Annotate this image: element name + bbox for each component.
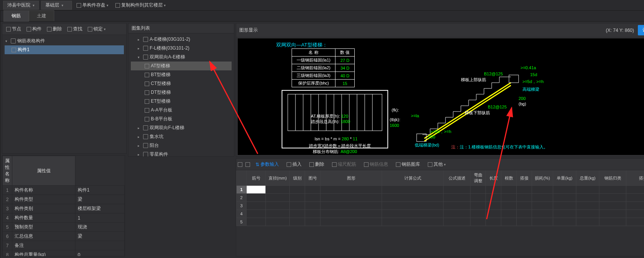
delete-button[interactable]: 删除 (45, 25, 64, 33)
rebar-grid-panel: ⇅参数输入 插入 删除 缩尺配筋 钢筋信息 钢筋图库 其他▾ (236, 158, 644, 256)
lock-icon (88, 27, 92, 32)
compute-save-button[interactable]: 计算保存 (638, 25, 644, 35)
save-icon (77, 3, 81, 8)
search-icon (67, 27, 72, 32)
tree-root[interactable]: ▾钢筋表格构件 (5, 37, 124, 45)
find-button[interactable]: 查找 (65, 25, 85, 33)
item-icon (12, 48, 16, 52)
scale-button[interactable]: 缩尺配筋 (330, 160, 359, 168)
project-name: 沛县中医院 (7, 2, 30, 8)
other-button[interactable]: 其他▾ (425, 160, 448, 168)
rebar-grid[interactable]: 筋号直径(mm)级别图号 图形计算公式公式描述弯曲调整 长度根数搭接损耗(%) … (236, 170, 644, 226)
chevron-down-icon: ▾ (33, 3, 35, 7)
chevron-down-icon: ▾ (444, 163, 446, 166)
delete-icon (47, 27, 52, 32)
arrow-down-icon[interactable] (245, 162, 250, 167)
coord-display: (X: 74 Y: 860) (606, 28, 634, 33)
component-tree-panel: 节点 构件 删除 查找 锁定▾ ▾钢筋表格构件 构件1 (2, 23, 127, 154)
delete-icon (309, 162, 314, 167)
layer-dropdown[interactable]: 基础层 ▾ (41, 1, 72, 10)
gallery-title: 图集列表 (128, 23, 234, 33)
param-icon: ⇅ (255, 162, 259, 167)
svg-rect-1 (288, 94, 382, 131)
chevron-down-icon: ▾ (104, 27, 106, 31)
copy-floors-label: 复制构件到其它楼层 (121, 2, 163, 8)
save-single-button[interactable]: 单构件存盘 ▾ (74, 1, 111, 9)
svg-rect-14 (509, 75, 519, 83)
cad-stair-drawing (411, 62, 534, 142)
prop-header-name: 属性名称 (3, 156, 12, 186)
layer-name: 基础层 (45, 2, 59, 8)
param-input-button[interactable]: ⇅参数输入 (253, 160, 281, 168)
other-icon (428, 162, 432, 167)
chevron-down-icon: ▾ (164, 3, 166, 7)
cad-param-table: 名 称数 值 一级钢筋锚固(la1)27 D 二级钢筋锚固(la2)34 D 三… (292, 48, 355, 87)
gallery-folder[interactable]: ▾双网双向A-E楼梯 (131, 53, 232, 62)
tree-item-selected[interactable]: 构件1 (5, 45, 124, 54)
folder-icon (11, 38, 16, 43)
gallery-leaf[interactable]: DT型楼梯 (131, 88, 232, 97)
rebar-info-button[interactable]: 钢筋信息 (362, 160, 390, 168)
tab-rebar[interactable]: 钢筋 (3, 10, 29, 22)
gallery-leaf[interactable]: A-A平台板 (131, 106, 232, 115)
viewer-title: 图形显示 (239, 27, 258, 33)
chevron-down-icon: ▾ (62, 3, 63, 7)
cad-heading: 双网双向—AT型楼梯： (276, 42, 327, 48)
info-icon (364, 162, 369, 167)
top-bar: 沛县中医院 ▾ 基础层 ▾ 单构件存盘 ▾ 复制构件到其它楼层 ▾ (0, 0, 644, 11)
rebar-lib-button[interactable]: 钢筋图库 (394, 160, 422, 168)
node-button[interactable]: 节点 (4, 25, 23, 33)
gallery-panel: 图集列表 ▸A-E楼梯(03G101-2)▸F-L楼梯(03G101-2)▾双网… (128, 23, 234, 157)
lib-icon (396, 162, 400, 167)
save-single-label: 单构件存盘 (82, 2, 105, 8)
gallery-folder[interactable]: ▸零星构件 (131, 150, 232, 156)
gallery-folder[interactable]: ▸集水坑 (131, 132, 232, 141)
gallery-folder[interactable]: ▸双网双向F-L楼梯 (131, 123, 232, 132)
component-icon (27, 27, 31, 32)
gallery-folder[interactable]: ▸阳台 (131, 141, 232, 150)
arrow-up-icon[interactable] (238, 162, 242, 167)
node-icon (6, 27, 11, 32)
gallery-leaf[interactable]: B-B平台板 (131, 115, 232, 123)
chevron-down-icon: ▾ (107, 3, 108, 7)
copy-floors-button[interactable]: 复制构件到其它楼层 ▾ (113, 1, 168, 9)
properties-panel: 属性名称属性值 1构件名称构件1 2构件类型梁 3构件类别楼层框架梁 4构件数量… (2, 155, 125, 256)
insert-button[interactable]: 插入 (284, 160, 304, 168)
tab-civil[interactable]: 土建 (29, 10, 54, 21)
lock-button[interactable]: 锁定▾ (85, 25, 108, 33)
scale-icon (332, 162, 337, 167)
gallery-leaf[interactable]: ET型楼梯 (131, 97, 232, 106)
project-dropdown[interactable]: 沛县中医院 ▾ (3, 1, 39, 10)
viewer-panel: 图形显示 (X: 74 Y: 860) 计算保存 双网双向—AT型楼梯： 名 称… (236, 23, 644, 157)
main-tabs: 钢筋 土建 (0, 11, 644, 22)
insert-icon (287, 162, 291, 167)
gallery-leaf[interactable]: CT型楼梯 (131, 79, 232, 88)
gallery-folder[interactable]: ▸F-L楼梯(03G101-2) (131, 44, 232, 53)
gallery-leaf[interactable]: BT型楼梯 (131, 70, 232, 79)
gallery-folder[interactable]: ▸A-E楼梯(03G101-2) (131, 35, 232, 44)
copy-icon (115, 3, 120, 8)
delete-row-button[interactable]: 删除 (307, 160, 327, 168)
collapse-icon: ▾ (5, 39, 9, 43)
gallery-leaf[interactable]: AT型楼梯 (131, 62, 232, 70)
component-button[interactable]: 构件 (24, 25, 44, 33)
cad-viewer[interactable]: 双网双向—AT型楼梯： 名 称数 值 一级钢筋锚固(la1)27 D 二级钢筋锚… (238, 38, 644, 155)
prop-header-value: 属性值 (12, 156, 75, 186)
